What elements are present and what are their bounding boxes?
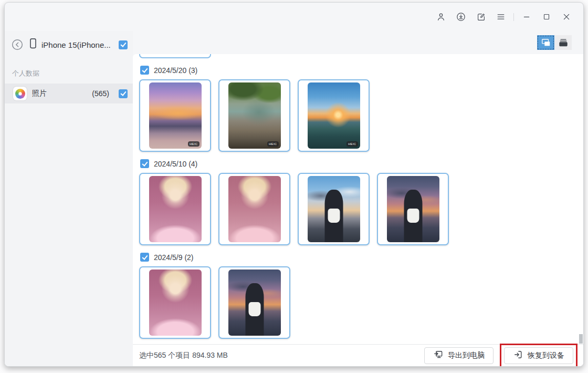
- format-badge: HEIC: [188, 141, 200, 147]
- group-checkbox[interactable]: [140, 159, 149, 168]
- sidebar-item-photos[interactable]: 照片 (565): [5, 84, 133, 103]
- feedback-icon[interactable]: [474, 9, 488, 24]
- scrollbar[interactable]: [579, 54, 583, 344]
- download-icon[interactable]: [454, 9, 468, 24]
- photo-thumbnail-girl-sky-dusk: [228, 270, 281, 336]
- grid-view-button[interactable]: [537, 35, 554, 50]
- format-badge: HEIC: [346, 141, 358, 147]
- group-header: 2024/5/10 (4): [140, 159, 583, 168]
- phone-icon: [28, 37, 38, 52]
- sidebar: iPhone 15(iPhone... 个人数据 照片 (565): [5, 31, 133, 366]
- close-icon[interactable]: [559, 9, 574, 24]
- group-checkbox[interactable]: [140, 66, 149, 75]
- titlebar-separator: [513, 13, 514, 21]
- photo-thumbnail-girl-pink-warm: [228, 176, 281, 242]
- photo-thumbnail-tree-house: HEIC: [228, 82, 281, 149]
- highlight-annotation: 恢复到设备: [500, 344, 578, 367]
- photo-thumbnail-girl-sky-dusk: [387, 176, 439, 242]
- photo-card[interactable]: HEIC: [139, 79, 211, 152]
- photo-card[interactable]: [298, 173, 370, 245]
- back-button[interactable]: [11, 38, 24, 51]
- photo-card[interactable]: [139, 173, 211, 245]
- group-date-label: 2024/5/20 (3): [154, 66, 197, 75]
- group-header: 2024/5/9 (2): [140, 253, 583, 262]
- photo-thumbnail-girl-pink: [149, 176, 202, 242]
- photo-card[interactable]: [377, 173, 449, 245]
- sidebar-item-count: (565): [92, 89, 109, 98]
- partial-photo-card[interactable]: [139, 54, 211, 58]
- photo-card[interactable]: [139, 266, 211, 339]
- photo-grid: 2024/5/20 (3) HEICHEICHEIC 2024/5/10 (4)…: [133, 54, 583, 344]
- view-toggle: [537, 35, 572, 50]
- photos-app-icon: [13, 87, 27, 100]
- restore-to-device-button[interactable]: 恢复到设备: [504, 347, 573, 364]
- bottombar: 选中565 个项目 894.93 MB 导出到电脑 恢复到设备: [133, 344, 583, 366]
- group-date-label: 2024/5/9 (2): [154, 253, 194, 262]
- photo-row: [139, 173, 583, 245]
- photo-card[interactable]: [218, 266, 290, 339]
- photo-thumbnail-girl-sky-day: [308, 176, 360, 242]
- main-header: [133, 31, 583, 54]
- titlebar: [5, 3, 583, 31]
- photo-card[interactable]: HEIC: [218, 79, 290, 152]
- photo-thumbnail-girl-pink: [149, 270, 202, 336]
- device-name: iPhone 15(iPhone...: [41, 40, 119, 49]
- main-panel: 2024/5/20 (3) HEICHEICHEIC 2024/5/10 (4)…: [133, 31, 583, 366]
- format-badge: HEIC: [267, 141, 279, 147]
- export-label: 导出到电脑: [448, 351, 485, 360]
- photo-card[interactable]: [218, 173, 290, 245]
- photo-thumbnail-gulls-sunset: HEIC: [308, 82, 360, 149]
- minimize-icon[interactable]: [519, 9, 534, 24]
- device-checkbox[interactable]: [119, 40, 128, 49]
- app-window: iPhone 15(iPhone... 个人数据 照片 (565): [4, 2, 584, 367]
- photos-checkbox[interactable]: [119, 89, 128, 98]
- section-label: 个人数据: [12, 69, 133, 78]
- photo-group: 2024/5/9 (2): [139, 253, 583, 339]
- group-date-label: 2024/5/10 (4): [154, 160, 197, 168]
- group-header: 2024/5/20 (3): [140, 66, 583, 75]
- maximize-icon[interactable]: [539, 9, 554, 24]
- device-row: iPhone 15(iPhone...: [5, 33, 133, 56]
- menu-icon[interactable]: [494, 9, 508, 24]
- user-icon[interactable]: [434, 9, 448, 24]
- photo-group: 2024/5/20 (3) HEICHEICHEIC: [139, 66, 583, 152]
- sidebar-item-label: 照片: [32, 89, 92, 98]
- scrollbar-thumb[interactable]: [579, 334, 583, 344]
- photo-group: 2024/5/10 (4): [139, 159, 583, 245]
- list-view-button[interactable]: [554, 35, 572, 50]
- photo-row: [139, 266, 583, 339]
- selection-summary: 选中565 个项目 894.93 MB: [139, 351, 424, 360]
- photo-card[interactable]: HEIC: [298, 79, 370, 152]
- photo-thumbnail-beach-sunset: HEIC: [149, 82, 202, 149]
- export-to-pc-button[interactable]: 导出到电脑: [424, 347, 494, 364]
- photo-row: HEICHEICHEIC: [139, 79, 583, 152]
- export-icon: [433, 349, 444, 361]
- restore-icon: [513, 349, 523, 361]
- group-checkbox[interactable]: [140, 253, 149, 262]
- restore-label: 恢复到设备: [528, 351, 564, 360]
